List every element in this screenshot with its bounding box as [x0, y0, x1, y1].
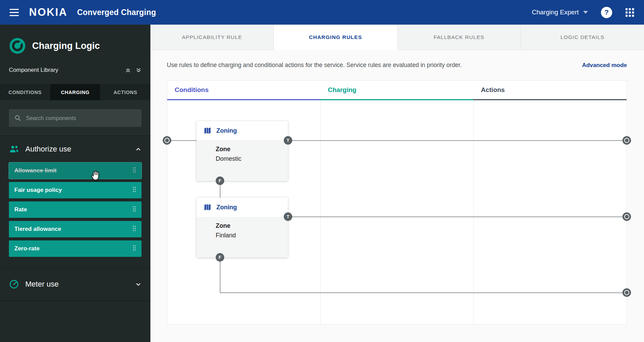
tab-applicability-rule[interactable]: APPLICABILITY RULE — [150, 25, 273, 50]
top-bar: NOKIA Converged Charging Charging Expert… — [0, 0, 644, 25]
card-body: Zone Finland — [197, 217, 288, 258]
connector-line — [283, 216, 627, 217]
tab-charging-rules[interactable]: CHARGING RULES — [273, 25, 397, 50]
component-fair-usage-policy[interactable]: Fair usage policy — [9, 182, 142, 198]
user-role-dropdown[interactable]: Charging Expert — [532, 9, 588, 16]
component-list: Allowance limit Fair usage policy Rate T… — [0, 162, 150, 267]
component-label: Rate — [14, 206, 27, 213]
drag-handle-icon[interactable] — [133, 225, 136, 233]
column-header-actions: Actions — [473, 81, 627, 100]
input-port-node[interactable] — [163, 136, 171, 145]
chevron-down-icon — [135, 281, 142, 288]
rule-tabs: APPLICABILITY RULE CHARGING RULES FALLBA… — [150, 25, 644, 50]
charging-logic-logo-icon — [9, 37, 26, 54]
main-area: APPLICABILITY RULE CHARGING RULES FALLBA… — [150, 25, 644, 342]
card-field-label: Zone — [216, 222, 288, 229]
output-port-node[interactable] — [622, 288, 631, 297]
group-label: Meter use — [25, 280, 129, 289]
card-header: Zoning — [197, 198, 288, 217]
column-label: Actions — [481, 86, 505, 94]
chevron-down-icon — [583, 11, 588, 14]
card-field-value: Domestic — [216, 155, 288, 162]
drag-handle-icon[interactable] — [133, 206, 136, 213]
connector-line — [220, 292, 627, 293]
component-tiered-allowance[interactable]: Tiered allowance — [9, 221, 142, 237]
card-field-label: Zone — [216, 146, 288, 153]
description-row: Use rules to define charging and conditi… — [150, 50, 644, 80]
component-label: Tiered allowance — [14, 226, 61, 233]
advanced-mode-link[interactable]: Advanced mode — [582, 62, 627, 69]
column-divider — [320, 100, 321, 324]
card-field-value: Finland — [216, 232, 288, 239]
people-icon — [9, 144, 19, 154]
gauge-icon — [9, 279, 19, 289]
tab-conditions[interactable]: CONDITIONS — [0, 84, 50, 100]
component-type-tabs: CONDITIONS CHARGING ACTIONS — [0, 84, 150, 100]
card-header: Zoning — [197, 121, 288, 140]
apps-grid-icon[interactable] — [625, 8, 634, 17]
connector-line — [220, 258, 220, 292]
column-header-conditions: Conditions — [167, 81, 320, 100]
map-icon — [203, 127, 212, 135]
nokia-logo: NOKIA — [29, 6, 67, 18]
rules-canvas: Conditions Charging Actions — [167, 80, 627, 325]
group-label: Authorize use — [25, 145, 129, 154]
grid-icon — [625, 8, 634, 17]
component-label: Allowance limit — [14, 167, 57, 174]
drag-handle-icon[interactable] — [133, 245, 136, 252]
flow-diagram: Zoning Zone Domestic Zoning — [167, 100, 627, 324]
drag-handle-icon[interactable] — [133, 167, 136, 174]
column-label: Conditions — [175, 86, 209, 94]
app-title: Converged Charging — [77, 8, 156, 17]
menu-icon[interactable] — [10, 9, 19, 16]
tab-logic-details[interactable]: LOGIC DETAILS — [521, 25, 644, 50]
canvas-column-headers: Conditions Charging Actions — [167, 81, 627, 100]
user-role-label: Charging Expert — [532, 9, 579, 16]
condition-card-zoning-domestic[interactable]: Zoning Zone Domestic — [197, 121, 288, 181]
output-port-node[interactable] — [622, 136, 631, 145]
search-panel — [0, 100, 150, 136]
card-body: Zone Domestic — [197, 140, 288, 181]
card-title: Zoning — [216, 204, 237, 211]
condition-card-zoning-finland[interactable]: Zoning Zone Finland — [197, 198, 288, 258]
sidebar-title: Charging Logic — [32, 41, 100, 51]
component-zero-rate[interactable]: Zero-rate — [9, 240, 142, 257]
component-library-sidebar: Charging Logic Component Library CONDITI… — [0, 25, 150, 342]
card-title: Zoning — [216, 127, 237, 134]
help-icon[interactable]: ? — [601, 7, 612, 18]
component-allowance-limit[interactable]: Allowance limit — [9, 162, 142, 179]
component-rate[interactable]: Rate — [9, 201, 142, 218]
collapse-all-icon[interactable] — [125, 67, 131, 73]
tab-actions[interactable]: ACTIONS — [100, 84, 150, 100]
sidebar-header: Charging Logic — [0, 25, 150, 56]
component-label: Fair usage policy — [14, 187, 62, 194]
output-port-node[interactable] — [622, 212, 631, 221]
true-port-node[interactable]: T — [284, 212, 292, 221]
false-port-node[interactable]: F — [216, 176, 224, 185]
component-library-label: Component Library — [9, 67, 58, 74]
chevron-up-icon — [135, 146, 142, 153]
search-icon — [14, 115, 21, 121]
search-input[interactable] — [26, 115, 136, 121]
help-glyph: ? — [604, 8, 609, 16]
drag-handle-icon[interactable] — [133, 186, 136, 194]
component-label: Zero-rate — [14, 245, 40, 252]
group-meter-use[interactable]: Meter use — [0, 268, 150, 301]
false-port-node[interactable]: F — [216, 253, 224, 262]
true-port-node[interactable]: T — [284, 136, 292, 145]
group-authorize-use[interactable]: Authorize use — [0, 136, 150, 162]
column-label: Charging — [328, 86, 356, 94]
rules-description: Use rules to define charging and conditi… — [167, 62, 462, 69]
column-header-charging: Charging — [320, 81, 473, 100]
divider — [0, 301, 150, 301]
tab-charging[interactable]: CHARGING — [50, 84, 100, 100]
search-box — [9, 109, 142, 127]
map-icon — [203, 203, 212, 211]
column-divider — [473, 100, 474, 324]
tab-fallback-rules[interactable]: FALLBACK RULES — [397, 25, 521, 50]
expand-all-icon[interactable] — [136, 67, 142, 73]
